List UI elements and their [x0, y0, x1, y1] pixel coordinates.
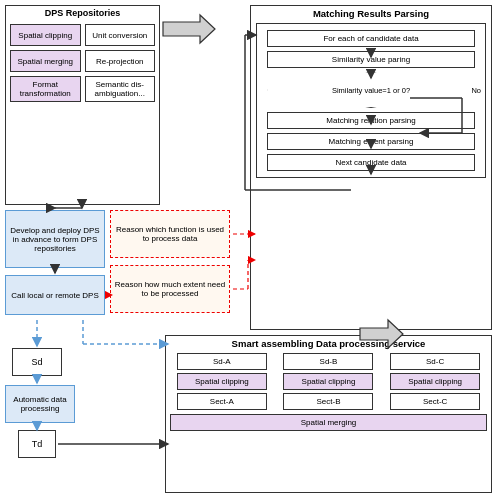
td-label: Td — [32, 439, 43, 449]
deploy-box: Develop and deploy DPS in advance to for… — [5, 210, 105, 268]
block-arrow-right — [163, 15, 215, 43]
auto-box: Automatic data processing — [5, 385, 75, 423]
reason1-label: Reason which function is used to process… — [114, 225, 226, 243]
matching-row-1: Similarity value paring — [267, 51, 475, 68]
matching-row-5: Next candidate data — [267, 154, 475, 171]
dps-cell-spatial-clipping: Spatial clipping — [10, 24, 81, 46]
sd-a: Sd-A — [177, 353, 267, 370]
sect-b: Sect-B — [283, 393, 373, 410]
auto-label: Automatic data processing — [8, 395, 72, 413]
spatial-a: Spatial clipping — [177, 373, 267, 390]
td-box: Td — [18, 430, 56, 458]
smart-title: Smart assembling Data processing service — [166, 336, 491, 351]
sd-box: Sd — [12, 348, 62, 376]
dps-cell-unit-conversion: Unit conversion — [85, 24, 156, 46]
smart-col-b: Sd-B Spatial clipping Sect-B — [277, 353, 381, 410]
dps-repos-title: DPS Repositories — [6, 6, 159, 20]
matching-section: Matching Results Parsing For each of can… — [250, 5, 492, 330]
smart-col-a: Sd-A Spatial clipping Sect-A — [170, 353, 274, 410]
sect-a: Sect-A — [177, 393, 267, 410]
deploy-label: Develop and deploy DPS in advance to for… — [9, 226, 101, 253]
smart-section: Smart assembling Data processing service… — [165, 335, 492, 493]
matching-row-3: Matching relation parsing — [267, 112, 475, 129]
matching-row-0: For each of candidate data — [267, 30, 475, 47]
sd-label: Sd — [31, 357, 42, 367]
call-label: Call local or remote DPS — [11, 291, 99, 300]
dps-cell-reprojection: Re-projection — [85, 50, 156, 72]
dps-cell-format-transformation: Format transformation — [10, 76, 81, 102]
similarity-diamond: Similarity value=1 or 0? — [267, 72, 475, 108]
spatial-merge: Spatial merging — [170, 414, 487, 431]
dps-cell-spatial-merging: Spatial merging — [10, 50, 81, 72]
sd-c: Sd-C — [390, 353, 480, 370]
reason2-box: Reason how much extent need to be proces… — [110, 265, 230, 313]
sect-c: Sect-C — [390, 393, 480, 410]
reason2-label: Reason how much extent need to be proces… — [114, 280, 226, 298]
dps-grid: Spatial clipping Unit conversion Spatial… — [6, 20, 159, 106]
sd-b: Sd-B — [283, 353, 373, 370]
diagram: DPS Repositories Spatial clipping Unit c… — [0, 0, 500, 500]
spatial-c: Spatial clipping — [390, 373, 480, 390]
dps-cell-semantic: Semantic dis-ambiguation... — [85, 76, 156, 102]
matching-row-4: Matching extent parsing — [267, 133, 475, 150]
no-label: No — [471, 86, 481, 95]
dps-repos-section: DPS Repositories Spatial clipping Unit c… — [5, 5, 160, 205]
reason1-box: Reason which function is used to process… — [110, 210, 230, 258]
smart-grid: Sd-A Spatial clipping Sect-A Sd-B Spatia… — [166, 351, 491, 412]
call-box: Call local or remote DPS — [5, 275, 105, 315]
spatial-b: Spatial clipping — [283, 373, 373, 390]
smart-col-c: Sd-C Spatial clipping Sect-C — [383, 353, 487, 410]
matching-title: Matching Results Parsing — [251, 6, 491, 21]
